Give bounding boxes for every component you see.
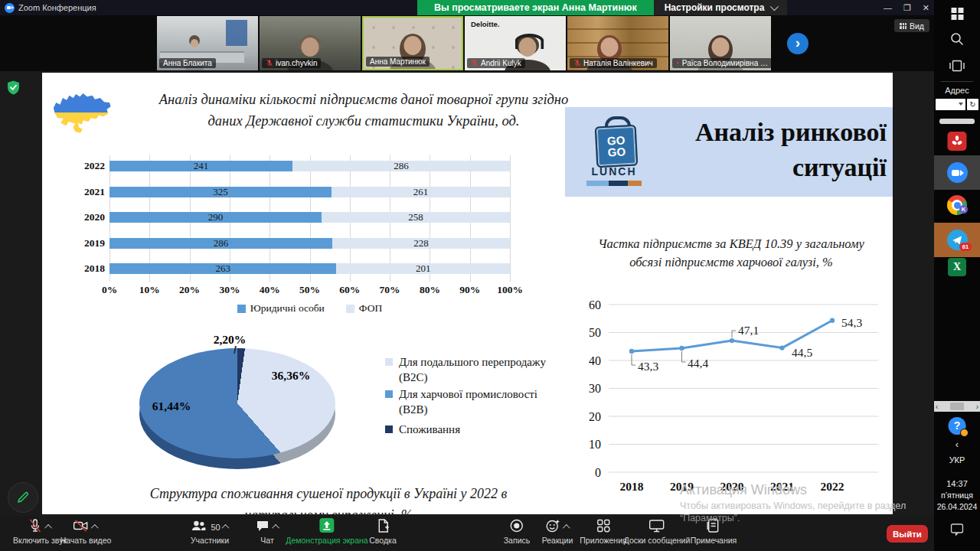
participant-name-pill: ivan.chyvkin — [262, 58, 321, 68]
scroll-right-arrow[interactable]: › — [976, 403, 978, 411]
svg-text:20: 20 — [589, 410, 601, 423]
participant-tile[interactable]: Deloitte.Andrii Kulyk — [465, 16, 566, 70]
line-data-label: 44,5 — [792, 346, 812, 359]
summary-button[interactable]: Сводка — [369, 519, 396, 545]
line-data-label: 54,3 — [841, 316, 862, 329]
refresh-button[interactable]: ↻ — [967, 99, 978, 110]
mic-muted-icon — [471, 59, 479, 67]
svg-text:10: 10 — [589, 438, 601, 451]
whiteboard-button[interactable]: Доски сообщений — [624, 519, 691, 545]
pie-chart-title-line2: натуральному вираженні, % — [91, 507, 566, 514]
mic-muted-icon — [266, 59, 273, 67]
record-icon — [509, 518, 524, 536]
excel-icon[interactable]: X — [948, 258, 966, 276]
logo-go2: GO — [607, 145, 626, 158]
chevron-up-icon[interactable] — [563, 524, 570, 532]
video-muted-button[interactable]: Начать видео — [60, 519, 112, 545]
toolbar-item-label: Реакции — [542, 536, 573, 545]
horizontal-scrollbar[interactable]: ‹ › — [934, 401, 980, 412]
x-axis-tick: 60% — [339, 284, 360, 296]
screen-share-icon — [318, 517, 335, 536]
chevron-down-icon — [770, 2, 779, 11]
next-participants-button[interactable]: › — [787, 33, 808, 54]
security-shield-icon[interactable] — [7, 80, 20, 95]
maximize-button[interactable]: ❐ — [903, 3, 911, 13]
participant-tile[interactable]: Раїса Володимирівна … — [670, 16, 771, 70]
chat-icon — [255, 518, 270, 536]
participant-tile[interactable]: Анна Блакита — [157, 16, 258, 70]
x-axis-tick: 0% — [102, 284, 117, 296]
x-axis-year-label: 2019 — [670, 480, 694, 493]
sidebar-divider — [941, 81, 973, 82]
chevron-up-icon[interactable] — [44, 524, 52, 532]
telegram-badge: 61 — [959, 243, 972, 251]
svg-text:40: 40 — [589, 354, 601, 367]
bar-chart: 2022241286202132526120202902582019286228… — [109, 155, 510, 282]
summary-icon — [375, 518, 390, 536]
x-axis-year-label: 2022 — [821, 480, 844, 493]
participant-name-pill: Раїса Володимирівна … — [672, 58, 771, 68]
language-indicator[interactable]: УКР — [949, 455, 965, 465]
participant-tile[interactable]: ivan.chyvkin — [260, 16, 361, 70]
slide-banner: GO GO LUNCH Аналіз ринкової ситуації — [565, 107, 893, 197]
search-icon[interactable] — [950, 32, 964, 46]
participant-tile[interactable]: Наталія Валінкевич — [567, 16, 668, 70]
participants-icon — [190, 518, 207, 536]
bar-category-label: 2020 — [71, 212, 105, 223]
annotation-pencil-button[interactable] — [8, 482, 38, 513]
participants-count: 50 — [211, 523, 220, 532]
x-axis-tick: 10% — [139, 284, 160, 296]
address-input[interactable] — [936, 99, 965, 110]
pie-legend-item: Для харчової промисловості (В2В) — [385, 386, 561, 418]
record-button[interactable]: Запись — [504, 519, 530, 545]
pie-legend-item: Для подальшого перепродажу (В2С) — [385, 354, 561, 386]
shared-screen-slide: Аналіз динаміки кількості підприємств да… — [42, 73, 893, 514]
acrobat-icon[interactable] — [948, 132, 967, 151]
clock-weekday: п’ятниця — [941, 491, 973, 500]
notes-button[interactable]: Примечания — [691, 519, 737, 545]
participants-button[interactable]: 50Участники — [190, 519, 229, 545]
screen-share-button[interactable]: Демонстрация экрана — [286, 519, 368, 545]
chevron-up-icon[interactable] — [91, 524, 99, 532]
scroll-left-arrow[interactable]: ‹ — [936, 403, 938, 411]
x-axis-tick: 80% — [420, 284, 440, 296]
mic-muted-button[interactable]: Включить звук — [13, 519, 67, 545]
collapse-chevron-icon[interactable]: ‹ — [956, 439, 959, 450]
bar-segment-legal: 325 — [109, 187, 332, 197]
bar-row: 2019286228 — [109, 238, 510, 249]
svg-text:50: 50 — [589, 326, 601, 339]
pie-slice-label: 61,44% — [129, 399, 214, 413]
line-data-label: 47,1 — [738, 324, 759, 337]
address-bar: ↻ — [936, 99, 978, 110]
legend-swatch — [237, 305, 246, 313]
mic-muted-icon — [676, 59, 680, 67]
leave-meeting-button[interactable]: Выйти — [887, 525, 928, 543]
chevron-up-icon[interactable] — [222, 524, 230, 532]
participant-tile[interactable]: Анна Мартинюк — [362, 16, 463, 70]
minimize-button[interactable]: — — [884, 3, 892, 12]
zoom-taskbar-item[interactable] — [934, 155, 980, 190]
x-axis-tick: 70% — [380, 284, 400, 296]
view-button[interactable]: Вид — [894, 19, 929, 32]
window-controls: — ❐ ✕ — [884, 0, 929, 15]
bar-segment-fop: 261 — [332, 187, 510, 197]
reactions-button[interactable]: Реакции — [542, 519, 573, 545]
toolbar-item-label: Запись — [504, 536, 530, 545]
pie-legend-swatch — [385, 425, 393, 433]
apps-button[interactable]: Приложения — [580, 519, 626, 545]
notification-bubble-icon[interactable] — [951, 523, 964, 536]
whiteboard-icon — [648, 518, 665, 536]
telegram-taskbar-item[interactable] — [934, 223, 980, 257]
notification-dot — [960, 429, 969, 437]
pie-legend-item: Споживання — [385, 422, 561, 437]
view-settings-button[interactable]: Настройки просмотра — [654, 0, 788, 15]
task-view-icon[interactable] — [949, 60, 965, 72]
video-strip: › Вид Анна Блакитаivan.chyvkinАнна Марти… — [0, 15, 934, 71]
toolbar-drag-handle[interactable] — [939, 119, 975, 124]
scrollbar-thumb[interactable] — [950, 403, 964, 410]
close-button[interactable]: ✕ — [923, 3, 929, 13]
chat-button[interactable]: Чат — [255, 519, 279, 545]
participant-name: Анна Блакита — [163, 59, 212, 67]
windows-start-icon[interactable] — [952, 8, 963, 19]
chevron-up-icon[interactable] — [272, 524, 279, 532]
